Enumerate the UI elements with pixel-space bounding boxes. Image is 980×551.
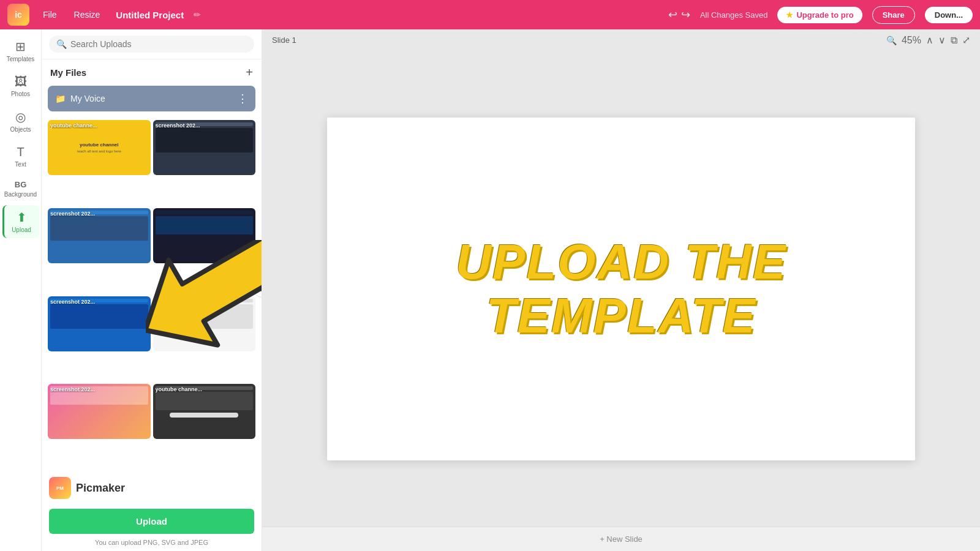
file-thumb-2[interactable]: screenshot 202... [153,120,256,175]
zoom-in-icon[interactable]: 🔍 [886,36,897,45]
upload-icon: ⬆ [17,210,27,225]
folder-icon: 📁 [55,94,66,103]
my-files-title: My Files [50,67,86,78]
text-icon: T [17,145,24,159]
objects-icon: ◎ [15,110,26,124]
picmaker-branding: PM Picmaker [42,472,262,504]
file-thumb-5[interactable]: screenshot 202... [48,296,151,351]
share-button[interactable]: Share [872,6,915,24]
app-logo: ic [7,4,29,26]
add-folder-button[interactable]: + [246,66,253,80]
picmaker-text: Picmaker [76,482,125,495]
upgrade-button[interactable]: ★ Upgrade to pro [777,7,862,23]
folder-name: My Voice [70,94,105,103]
folder-item-my-voice[interactable]: 📁 My Voice ⋮ [48,86,255,111]
slide-container: UPLOAD THE TEMPLATE [262,51,980,527]
sidebar-item-objects-label: Objects [10,126,31,133]
file-label-8: youtube channe... [156,386,254,392]
star-icon: ★ [786,10,793,20]
sidebar-item-templates[interactable]: ⊞ Templates [2,34,39,67]
main-area: ⊞ Templates 🖼 Photos ◎ Objects T Text BG… [0,29,980,551]
canvas-toolbar: Slide 1 🔍 45% ∧ ∨ ⧉ ⤢ [262,29,980,51]
file-label-3: screenshot 202... [50,211,148,217]
download-button[interactable]: Down... [925,7,973,23]
search-bar: 🔍 [42,29,262,59]
search-input[interactable] [70,39,247,49]
sidebar-item-templates-label: Templates [7,56,35,62]
expand-slide-button[interactable]: ⤢ [962,34,970,46]
bottom-bar: + New Slide [262,527,980,551]
icon-sidebar: ⊞ Templates 🖼 Photos ◎ Objects T Text BG… [0,29,42,551]
undo-button[interactable]: ↩ [668,8,677,21]
file-label-2: screenshot 202... [156,122,254,129]
sidebar-item-photos[interactable]: 🖼 Photos [2,70,39,102]
folder-menu-button[interactable]: ⋮ [237,92,248,105]
file-label-5: screenshot 202... [50,299,148,305]
file-thumb-8[interactable]: youtube channe... [153,384,256,439]
edit-icon[interactable]: ✏ [194,10,201,20]
background-icon: BG [15,180,27,189]
project-title: Untitled Project [116,10,184,20]
file-label-7: screenshot 202... [50,386,148,392]
sidebar-item-background[interactable]: BG Background [2,175,39,203]
upload-button[interactable]: Upload [49,509,254,534]
file-thumb-7[interactable]: screenshot 202... [48,384,151,439]
sidebar-item-photos-label: Photos [11,91,30,97]
new-slide-button[interactable]: + New Slide [600,534,643,544]
save-status: All Changes Saved [700,10,768,20]
upload-panel: 🔍 My Files + 📁 My Voice ⋮ youtube channe… [42,29,262,551]
zoom-level: 45% [902,35,921,46]
files-grid: youtube channel reach all text and logo … [42,118,262,472]
file-thumb-6[interactable]: screenshot 202... [153,296,256,351]
file-thumb-4[interactable] [153,208,256,263]
redo-button[interactable]: ↪ [681,8,690,21]
menu-resize[interactable]: Resize [70,7,104,22]
file-label-6: screenshot 202... [156,299,254,305]
file-thumb-3[interactable]: screenshot 202... [48,208,151,263]
canvas-area: Slide 1 🔍 45% ∧ ∨ ⧉ ⤢ UPLOAD THE TEMPLAT… [262,29,980,551]
slide-main-text: UPLOAD THE TEMPLATE [456,235,786,343]
slide[interactable]: UPLOAD THE TEMPLATE [327,118,915,460]
picmaker-logo: PM [49,477,71,499]
sidebar-item-upload-label: Upload [12,227,31,233]
my-files-header: My Files + [42,59,262,86]
slide-down-button[interactable]: ∨ [938,34,946,46]
menu-file[interactable]: File [39,7,61,22]
file-label-1: youtube channe... [50,122,148,129]
folder-item-left: 📁 My Voice [55,94,105,103]
duplicate-slide-button[interactable]: ⧉ [951,35,957,46]
canvas-controls: 🔍 45% ∧ ∨ ⧉ ⤢ [886,34,970,46]
sidebar-item-background-label: Background [4,191,37,198]
photos-icon: 🖼 [15,75,27,89]
sidebar-item-objects[interactable]: ◎ Objects [2,105,39,138]
file-thumb-1[interactable]: youtube channel reach all text and logo … [48,120,151,175]
slide-up-button[interactable]: ∧ [926,34,933,46]
sidebar-item-text[interactable]: T Text [2,140,39,173]
upload-hint: You can upload PNG, SVG and JPEG [42,539,262,551]
top-bar: ic File Resize Untitled Project ✏ ↩ ↪ Al… [0,0,980,29]
search-wrapper: 🔍 [49,36,254,53]
search-icon: 🔍 [56,39,67,49]
sidebar-item-upload[interactable]: ⬆ Upload [2,205,39,238]
templates-icon: ⊞ [15,39,26,54]
slide-label: Slide 1 [272,36,296,45]
sidebar-item-text-label: Text [15,161,26,168]
